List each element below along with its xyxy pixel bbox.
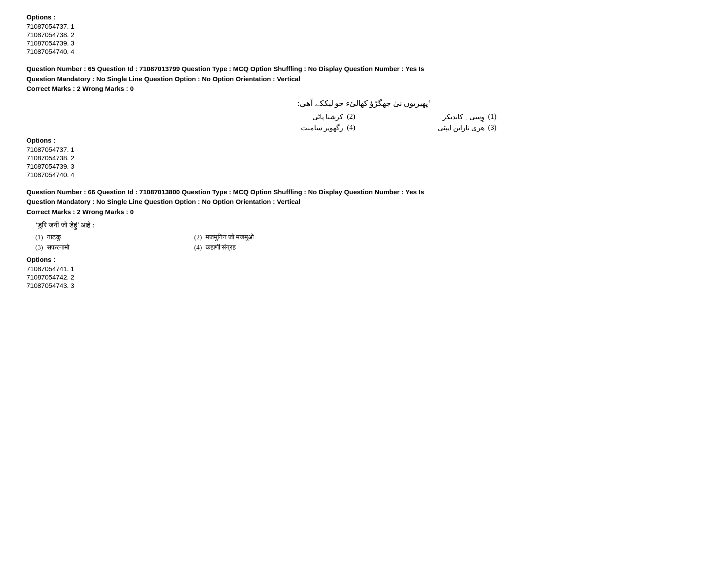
list-item: 71087054742. 2 — [26, 273, 702, 281]
list-item: 71087054738. 2 — [26, 31, 702, 38]
options-label-q66: Options : — [26, 256, 702, 263]
question-66-options-grid: (1) नाटकु (2) मजमुनिन जो मजमुओ (3) सफरना… — [35, 234, 344, 251]
question-65-options-grid: (1) وِسی۔ کاندیکر (2) کرشنا پاٹی (3) ھری… — [232, 113, 496, 132]
list-item: (3) सफरनामो — [35, 244, 185, 251]
list-item: 71087054740. 4 — [26, 48, 702, 55]
list-item: (4) رگھویر سامنت — [232, 124, 355, 132]
list-item: 71087054737. 1 — [26, 23, 702, 30]
list-item: (2) کرشنا پاٹی — [232, 113, 355, 121]
top-options-section: Options : 71087054737. 1 71087054738. 2 … — [26, 13, 702, 55]
question-65-meta: Question Number : 65 Question Id : 71087… — [26, 64, 702, 94]
question-66-text: ‘डुरि जनीं जो डेहु́’ आहे : — [35, 221, 693, 229]
options-label-q65: Options : — [26, 136, 702, 144]
list-item: 71087054738. 2 — [26, 154, 702, 162]
list-item: (4) कहाणी संग्रह — [194, 244, 344, 251]
list-item: (3) ھری ناراین ایپٹی — [373, 124, 496, 132]
question-66-meta: Question Number : 66 Question Id : 71087… — [26, 187, 702, 217]
question-66-section: Question Number : 66 Question Id : 71087… — [26, 187, 702, 290]
question-65-text: ‘پھیریوں نیٔ جھگڑؤ کھالیٔء جو لیککے آھی… — [26, 98, 702, 108]
list-item: 71087054743. 3 — [26, 282, 702, 289]
list-item: 71087054737. 1 — [26, 146, 702, 153]
list-item: 71087054739. 3 — [26, 162, 702, 170]
options-label-top: Options : — [26, 13, 702, 21]
question-65-section: Question Number : 65 Question Id : 71087… — [26, 64, 702, 178]
list-item: (1) नाटकु — [35, 234, 185, 241]
list-item: 71087054739. 3 — [26, 39, 702, 47]
list-item: 71087054741. 1 — [26, 265, 702, 272]
list-item: 71087054740. 4 — [26, 171, 702, 178]
list-item: (1) وِسی۔ کاندیکر — [373, 113, 496, 121]
list-item: (2) मजमुनिन जो मजमुओ — [194, 234, 344, 241]
